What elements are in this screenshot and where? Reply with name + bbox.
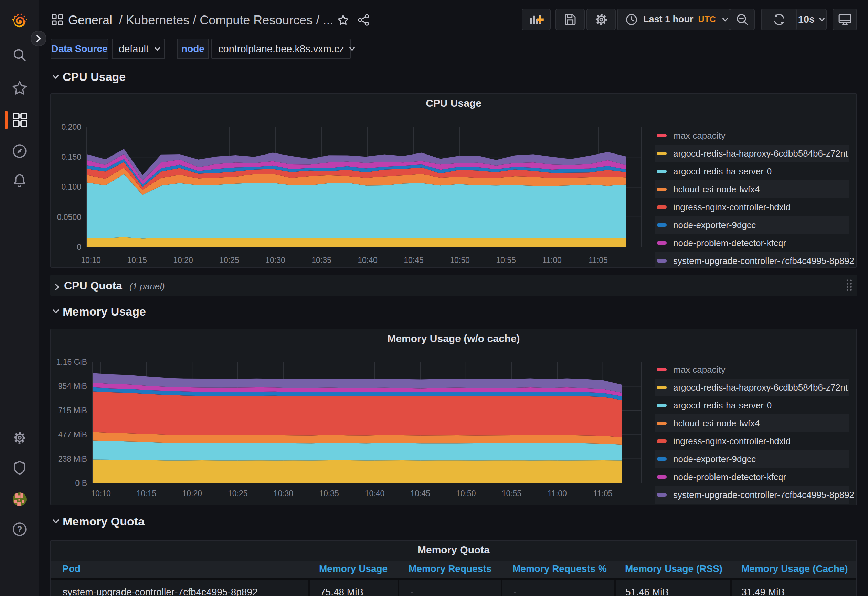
svg-text:0: 0	[77, 243, 81, 252]
svg-text:10:40: 10:40	[365, 489, 385, 498]
svg-text:10:35: 10:35	[319, 489, 339, 498]
svg-text:0.200: 0.200	[61, 122, 81, 131]
svg-text:10:30: 10:30	[274, 489, 294, 498]
svg-text:477 MiB: 477 MiB	[58, 430, 87, 439]
svg-text:10:45: 10:45	[404, 256, 424, 265]
svg-text:10:50: 10:50	[450, 256, 470, 265]
svg-text:0 B: 0 B	[75, 479, 87, 488]
svg-text:10:45: 10:45	[410, 489, 430, 498]
svg-text:11:00: 11:00	[542, 256, 562, 265]
svg-text:10:15: 10:15	[127, 256, 147, 265]
svg-text:10:10: 10:10	[81, 256, 101, 265]
svg-text:10:40: 10:40	[357, 256, 378, 265]
svg-text:954 MiB: 954 MiB	[58, 382, 87, 391]
svg-text:10:55: 10:55	[502, 489, 522, 498]
svg-text:10:25: 10:25	[228, 489, 248, 498]
svg-text:10:15: 10:15	[137, 489, 156, 498]
svg-text:10:30: 10:30	[265, 256, 285, 265]
svg-text:238 MiB: 238 MiB	[58, 454, 87, 463]
svg-text:10:10: 10:10	[91, 489, 111, 498]
svg-text:11:05: 11:05	[589, 256, 608, 265]
svg-text:1.16 GiB: 1.16 GiB	[56, 357, 87, 366]
svg-text:10:55: 10:55	[496, 256, 516, 265]
svg-text:10:25: 10:25	[219, 256, 239, 265]
svg-text:11:00: 11:00	[548, 489, 567, 498]
svg-text:11:05: 11:05	[593, 489, 613, 498]
svg-text:10:20: 10:20	[182, 489, 202, 498]
svg-text:0.0500: 0.0500	[57, 212, 81, 221]
svg-text:715 MiB: 715 MiB	[58, 406, 87, 415]
svg-text:10:20: 10:20	[173, 256, 193, 265]
svg-text:0.150: 0.150	[61, 152, 81, 161]
svg-text:0.100: 0.100	[61, 182, 81, 191]
svg-text:10:35: 10:35	[311, 256, 331, 265]
svg-text:?: ?	[17, 524, 22, 534]
svg-text:10:50: 10:50	[456, 489, 476, 498]
